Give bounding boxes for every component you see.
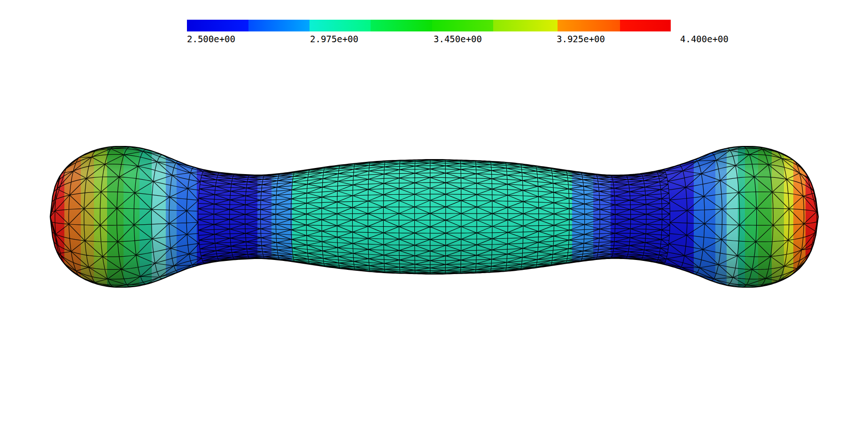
render-canvas[interactable]: 2.500e+00 2.975e+00 3.450e+00 3.925e+00 … xyxy=(0,0,868,435)
colorbar-tick-label-4: 3.925e+00 xyxy=(557,34,605,44)
colorbar-tick-label-1: 2.500e+00 xyxy=(187,34,235,44)
viewer-window: 2.500e+00 2.975e+00 3.450e+00 3.925e+00 … xyxy=(0,0,868,435)
colorbar-tick-label-2: 2.975e+00 xyxy=(310,34,358,44)
surface-figure[interactable] xyxy=(48,144,820,290)
colorbar-tick-label-3: 3.450e+00 xyxy=(434,34,482,44)
color-legend: 2.500e+00 2.975e+00 3.450e+00 3.925e+00 … xyxy=(187,20,728,44)
colorbar xyxy=(187,20,671,31)
colorbar-tick-label-5: 4.400e+00 xyxy=(680,34,728,44)
